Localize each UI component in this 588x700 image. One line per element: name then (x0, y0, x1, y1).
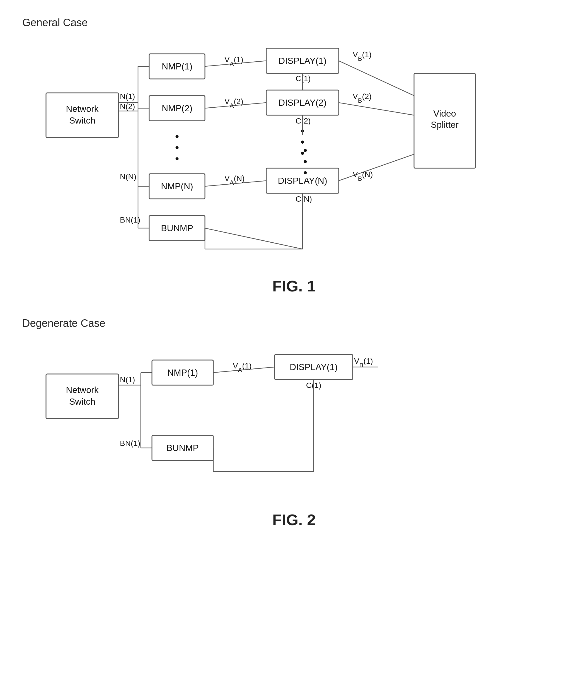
svg-text:VB(2): VB(2) (353, 92, 372, 104)
svg-text:•: • (303, 166, 307, 179)
svg-text:N(1): N(1) (120, 376, 135, 384)
svg-line-55 (205, 228, 303, 249)
svg-text:Switch: Switch (69, 397, 95, 407)
fig1-section: General Case Network Switch NMP(1) NMP(2… (22, 17, 566, 295)
svg-text:C(1): C(1) (296, 74, 311, 83)
svg-text:BUNMP: BUNMP (166, 443, 199, 453)
svg-line-47 (339, 154, 414, 181)
svg-text:VA(1): VA(1) (224, 55, 243, 67)
svg-text:•: • (175, 141, 179, 154)
svg-text:BUNMP: BUNMP (161, 223, 193, 233)
svg-text:BN(1): BN(1) (120, 215, 140, 224)
svg-text:BN(1): BN(1) (120, 439, 140, 448)
svg-text:VA(1): VA(1) (233, 362, 252, 374)
svg-text:DISPLAY(1): DISPLAY(1) (279, 56, 326, 66)
svg-line-45 (339, 103, 414, 115)
svg-text:DISPLAY(2): DISPLAY(2) (279, 98, 326, 108)
svg-text:VB(N): VB(N) (353, 170, 373, 182)
svg-text:Video: Video (433, 108, 456, 118)
fig1-section-label: General Case (22, 17, 566, 29)
svg-text:N(2): N(2) (120, 102, 135, 111)
svg-text:NMP(N): NMP(N) (161, 181, 193, 191)
svg-text:NMP(2): NMP(2) (161, 103, 192, 113)
fig2-section: Degenerate Case Network Switch NMP(1) BU… (22, 317, 566, 529)
svg-text:DISPLAY(1): DISPLAY(1) (290, 362, 338, 372)
svg-text:Network: Network (66, 104, 99, 114)
svg-text:NMP(1): NMP(1) (161, 61, 192, 71)
fig2-svg: Network Switch NMP(1) BUNMP DISPLAY(1) N… (29, 338, 559, 500)
svg-text:DISPLAY(N): DISPLAY(N) (278, 176, 327, 186)
svg-text:Switch: Switch (69, 115, 95, 125)
svg-text:•: • (175, 152, 179, 165)
fig1-diagram-container: Network Switch NMP(1) NMP(2) • • • NMP(N… (22, 37, 566, 266)
fig1-svg: Network Switch NMP(1) NMP(2) • • • NMP(N… (29, 37, 559, 266)
svg-rect-61 (46, 374, 118, 419)
svg-text:•: • (303, 155, 307, 168)
svg-text:VA(2): VA(2) (224, 97, 243, 109)
svg-text:•: • (303, 144, 307, 156)
svg-text:Network: Network (66, 385, 99, 395)
svg-text:N(N): N(N) (120, 172, 136, 181)
svg-text:Splitter: Splitter (431, 120, 459, 130)
svg-text:VB(1): VB(1) (353, 50, 372, 62)
svg-line-43 (339, 61, 414, 96)
fig2-label: FIG. 2 (22, 511, 566, 529)
svg-text:•: • (175, 130, 179, 142)
fig2-diagram-container: Network Switch NMP(1) BUNMP DISPLAY(1) N… (22, 338, 566, 500)
svg-rect-0 (46, 93, 118, 137)
svg-text:NMP(1): NMP(1) (167, 368, 198, 378)
fig2-section-label: Degenerate Case (22, 317, 566, 329)
fig1-label: FIG. 1 (22, 277, 566, 295)
svg-text:N(1): N(1) (120, 92, 135, 101)
svg-text:C(N): C(N) (296, 195, 312, 203)
svg-text:C(2): C(2) (296, 117, 311, 125)
